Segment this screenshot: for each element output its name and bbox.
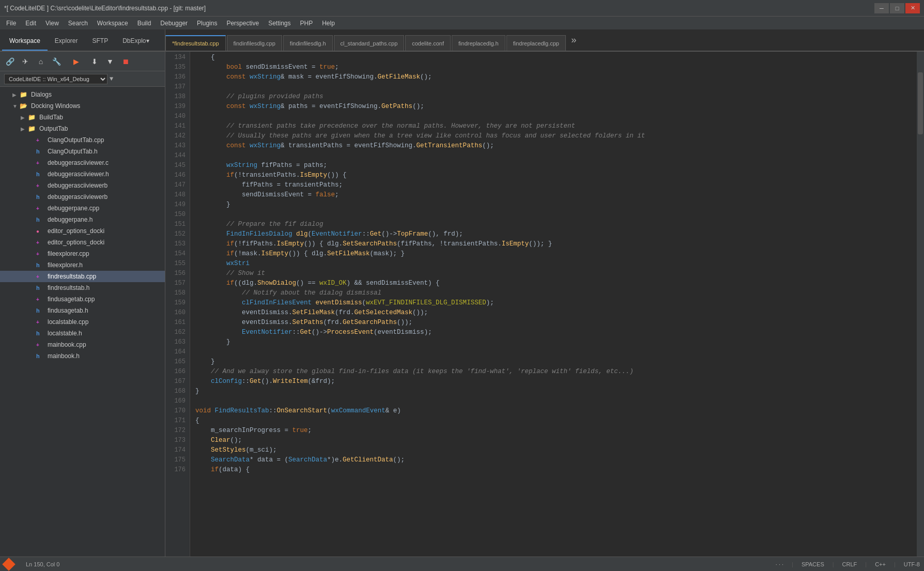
- tab-findinfilesdlg-cpp[interactable]: findinfilesdlg.cpp: [227, 35, 282, 51]
- scrollbar[interactable]: [917, 52, 924, 557]
- menu-item-settings[interactable]: Settings: [264, 19, 295, 28]
- tree-item-fileexplorer-cpp[interactable]: + fileexplorer.cpp: [0, 248, 165, 259]
- menu-item-workspace[interactable]: Workspace: [93, 19, 132, 28]
- line-num-139: 139: [170, 102, 186, 112]
- menu-item-help[interactable]: Help: [318, 19, 339, 28]
- settings-button[interactable]: 🔧: [50, 55, 63, 68]
- code-line-166: // And we alway store the global find-in…: [195, 367, 917, 377]
- tab-findreplacedlg-h[interactable]: findreplacedlg.h: [452, 35, 505, 51]
- statusbar-sep1: |: [792, 561, 793, 567]
- tree-item-editoropt-multi[interactable]: ● editor_options_docki: [0, 225, 165, 237]
- h-icon-dbgasciib: h: [36, 194, 45, 200]
- minimize-button[interactable]: ─: [874, 3, 889, 13]
- tree-item-mainbook-cpp[interactable]: + mainbook.cpp: [0, 339, 165, 350]
- tree-item-dbgasciib-cpp[interactable]: + debuggerasciiviewerb: [0, 180, 165, 191]
- menu-item-plugins[interactable]: Plugins: [193, 19, 221, 28]
- tree-item-debugpane-h[interactable]: h debuggerpane.h: [0, 214, 165, 225]
- code-area[interactable]: 134 135 136 137 138 139 140 141 142 143 …: [165, 52, 924, 557]
- tree-item-dbgascii-c[interactable]: + debuggerasciiviewer.c: [0, 157, 165, 168]
- tab-overflow-button[interactable]: »: [567, 35, 581, 45]
- tree-item-dbgasciib-h[interactable]: h debuggerasciiviewerb: [0, 191, 165, 203]
- tree-item-mainbook-h[interactable]: h mainbook.h: [0, 350, 165, 362]
- tree-label-dialogs: Dialogs: [31, 91, 52, 98]
- menu-item-search[interactable]: Search: [64, 19, 92, 28]
- config-arrow[interactable]: ▼: [110, 75, 113, 83]
- tree-item-findresults-h[interactable]: h findresultstab.h: [0, 282, 165, 294]
- h-icon-dbgascii: h: [36, 171, 45, 177]
- statusbar-lang: C++: [875, 561, 886, 567]
- tab-codelite-conf[interactable]: codelite.conf: [405, 35, 451, 51]
- h-icon-debugpane: h: [36, 217, 45, 223]
- code-line-154: if(!mask.IsEmpty()) { dlg.SetFileMask(ma…: [195, 249, 917, 259]
- line-num-173: 173: [170, 436, 186, 445]
- tree-label-editoropt-cpp: editor_options_docki: [48, 239, 104, 246]
- code-line-149: }: [195, 200, 917, 210]
- code-line-142: // Usually these paths are given when th…: [195, 131, 917, 141]
- stop-button[interactable]: ⏹: [119, 55, 132, 68]
- tree-item-dbgascii-h[interactable]: h debuggerasciiviewer.h: [0, 168, 165, 180]
- h-icon-findusage: h: [36, 307, 45, 314]
- tab-findinfilesdlg-h[interactable]: findinfilesdlg.h: [283, 35, 333, 51]
- tree-item-findusage-h[interactable]: h findusagetab.h: [0, 305, 165, 316]
- tree-item-clangoutput-h[interactable]: h ClangOutputTab.h: [0, 146, 165, 157]
- code-line-159: clFindInFilesEvent eventDismiss(wxEVT_FI…: [195, 298, 917, 308]
- tree-item-fileexplorer-h[interactable]: h fileexplorer.h: [0, 259, 165, 271]
- menu-item-file[interactable]: File: [2, 19, 20, 28]
- code-line-174: SetStyles(m_sci);: [195, 445, 917, 455]
- code-line-134: {: [195, 53, 917, 63]
- dropdown-button[interactable]: ▼: [103, 55, 117, 68]
- line-numbers: 134 135 136 137 138 139 140 141 142 143 …: [165, 52, 190, 557]
- tree-item-outputtab[interactable]: ▶ 📁 OutputTab: [0, 123, 165, 134]
- tree-item-clangoutput-cpp[interactable]: + ClangOutputTab.cpp: [0, 134, 165, 146]
- line-num-153: 153: [170, 239, 186, 249]
- tab-findreplacedlg-cpp[interactable]: findreplacedlg.cpp: [506, 35, 566, 51]
- tree-item-localstable-cpp[interactable]: + localstable.cpp: [0, 316, 165, 328]
- download-button[interactable]: ⬇: [88, 55, 101, 68]
- tree-item-findresults-cpp[interactable]: + findresultstab.cpp: [0, 271, 165, 282]
- code-line-155: wxStri: [195, 259, 917, 269]
- tab-explorer[interactable]: Explorer: [48, 32, 85, 51]
- tree-label-localstable-h: localstable.h: [48, 330, 82, 337]
- tree-item-localstable-h[interactable]: h localstable.h: [0, 328, 165, 339]
- code-line-136: const wxString& mask = eventFifShowing.G…: [195, 72, 917, 82]
- tab-cl-standard-paths[interactable]: cl_standard_paths.cpp: [334, 35, 405, 51]
- folder-icon-docking: 📂: [20, 102, 29, 110]
- sidebar: 🔗 ✈ ⌂ 🔧 ▶ ⬇ ▼ ⏹ CodeLiteIDE :: Win_x64_D…: [0, 52, 165, 557]
- menu-item-debugger[interactable]: Debugger: [156, 19, 192, 28]
- tab-sftp[interactable]: SFTP: [85, 32, 116, 51]
- line-num-164: 164: [170, 347, 186, 357]
- tree-item-buildtab[interactable]: ▶ 📁 BuildTab: [0, 112, 165, 123]
- menu-item-php[interactable]: PHP: [296, 19, 317, 28]
- send-button[interactable]: ✈: [19, 55, 32, 68]
- close-button[interactable]: ✕: [905, 3, 920, 13]
- tree-label-dbgascii-h: debuggerasciiviewer.h: [48, 171, 109, 178]
- tree-item-dialogs[interactable]: ▶ 📁 Dialogs: [0, 89, 165, 100]
- statusbar-sep3: |: [865, 561, 867, 567]
- tab-workspace[interactable]: Workspace: [2, 32, 48, 51]
- code-line-140: [195, 112, 917, 121]
- tree-item-editoropt-cpp[interactable]: + editor_options_docki: [0, 237, 165, 248]
- line-num-152: 152: [170, 229, 186, 239]
- menu-item-perspective[interactable]: Perspective: [222, 19, 263, 28]
- cpp-icon-fileexplorer: +: [36, 251, 45, 257]
- line-num-149: 149: [170, 200, 186, 210]
- tree-item-docking-windows[interactable]: ▼ 📂 Docking Windows: [0, 100, 165, 112]
- config-dropdown[interactable]: CodeLiteIDE :: Win_x64_Debug: [4, 74, 107, 84]
- code-line-138: // plugins provided paths: [195, 92, 917, 102]
- menu-item-build[interactable]: Build: [133, 19, 156, 28]
- code-line-139: const wxString& paths = eventFifShowing.…: [195, 102, 917, 112]
- tree-item-findusage-cpp[interactable]: + findusagetab.cpp: [0, 294, 165, 305]
- tree-item-debugpane-cpp[interactable]: + debuggerpane.cpp: [0, 203, 165, 214]
- link-button[interactable]: 🔗: [3, 55, 17, 68]
- run-button[interactable]: ▶: [69, 55, 83, 68]
- scrollbar-thumb[interactable]: [918, 72, 923, 134]
- code-line-157: if((dlg.ShowDialog() == wxID_OK) && send…: [195, 279, 917, 288]
- code-editor[interactable]: { bool sendDismissEvent = true; const wx…: [190, 52, 917, 557]
- tab-dbexplo[interactable]: DbExplo▾: [115, 32, 156, 51]
- tree-label-clangoutput-cpp: ClangOutputTab.cpp: [48, 136, 104, 144]
- tab-findresultstab-cpp[interactable]: *findresultstab.cpp: [165, 35, 226, 51]
- home-button[interactable]: ⌂: [34, 55, 48, 68]
- maximize-button[interactable]: □: [890, 3, 904, 13]
- menu-item-view[interactable]: View: [41, 19, 63, 28]
- menu-item-edit[interactable]: Edit: [21, 19, 40, 28]
